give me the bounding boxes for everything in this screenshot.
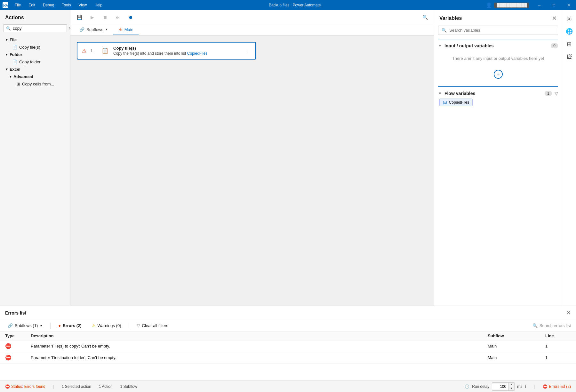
right-sidebar: {x} 🌐 ⊞ 🖼 xyxy=(562,10,576,306)
errors-panel: Errors list ✕ 🔗 Subflows (1) ▼ ● Errors … xyxy=(0,306,576,392)
run-delay-value[interactable]: 100 xyxy=(492,384,508,389)
save-button[interactable]: 💾 xyxy=(74,12,84,22)
search-button[interactable]: 🔍 xyxy=(420,12,430,22)
error-row-2[interactable]: ⛔ Parameter 'Destination folder': Can't … xyxy=(0,352,576,364)
errors-filter-button[interactable]: ● Errors (2) xyxy=(56,322,84,329)
tree-category-folder[interactable]: Folder xyxy=(0,51,70,58)
warning-filter-icon: ⚠ xyxy=(92,323,96,328)
action-desc-text: Copy the file(s) into and store them int… xyxy=(113,51,186,56)
col-type: Type xyxy=(5,333,31,338)
stop-button[interactable]: ⏹ xyxy=(100,12,110,22)
variables-search-input[interactable] xyxy=(449,28,555,33)
variable-icon: {x} xyxy=(443,100,447,104)
menu-bar: File Edit Debug Tools View Help xyxy=(11,0,106,10)
flow-variables-list: {x} CopiedFiles xyxy=(438,97,558,108)
tree-category-excel[interactable]: Excel xyxy=(0,66,70,73)
warnings-filter-label: Warnings (0) xyxy=(98,323,121,328)
step-button[interactable]: ⏭ xyxy=(113,12,123,22)
action-warning-icon: ⚠ xyxy=(82,48,86,54)
tree-subcategory-advanced[interactable]: Advanced xyxy=(0,73,70,80)
filter-icon[interactable]: ▽ xyxy=(555,91,558,96)
menu-tools[interactable]: Tools xyxy=(58,0,75,10)
action-menu-button[interactable]: ⋮ xyxy=(243,46,251,55)
action-card-content: Copy file(s) Copy the file(s) into and s… xyxy=(113,46,239,56)
clear-filters-button[interactable]: ▽ Clear all filters xyxy=(134,322,171,329)
variable-chip-copiedfiles[interactable]: {x} CopiedFiles xyxy=(439,99,473,106)
spinner-up-button[interactable]: ▲ xyxy=(508,383,514,387)
titlebar: PA File Edit Debug Tools View Help Backu… xyxy=(0,0,576,10)
tree-item-copy-folder-label: Copy folder xyxy=(19,60,40,64)
tab-subflows[interactable]: 🔗 Subflows ▼ xyxy=(74,24,113,35)
subflows-filter-button[interactable]: 🔗 Subflows (1) ▼ xyxy=(5,322,45,329)
error-type-icon: ⛔ xyxy=(5,343,31,349)
tree-item-copy-files-label: Copy file(s) xyxy=(19,45,40,50)
run-delay-input[interactable]: 100 ▲ ▼ xyxy=(492,382,515,391)
run-delay-box: 🕐 Run delay 100 ▲ ▼ ms ℹ xyxy=(465,382,526,391)
col-subflow: Subflow xyxy=(488,333,545,338)
folder-copy-icon: 📄 xyxy=(12,60,17,64)
menu-file[interactable]: File xyxy=(11,0,25,10)
subflows-filter-icon: 🔗 xyxy=(8,323,13,328)
close-button[interactable]: ✕ xyxy=(561,0,576,10)
flow-variables-count: 1 xyxy=(545,91,552,96)
minimize-button[interactable]: ─ xyxy=(532,0,547,10)
menu-debug[interactable]: Debug xyxy=(39,0,58,10)
subcategory-advanced-label: Advanced xyxy=(13,74,33,79)
close-variables-button[interactable]: ✕ xyxy=(552,15,557,22)
error-description-2: Parameter 'Destination folder': Can't be… xyxy=(31,355,488,360)
flow-variables-section: ▼ Flow variables 1 ▽ {x} CopiedFiles xyxy=(438,86,558,110)
subflows-icon: 🔗 xyxy=(79,27,84,32)
canvas-toolbar: 💾 ▶ ⏹ ⏭ ⏺ 🔍 xyxy=(70,10,434,24)
error-row-1[interactable]: ⛔ Parameter 'File(s) to copy': Can't be … xyxy=(0,340,576,352)
input-output-empty-text: There aren't any input or output variabl… xyxy=(438,50,558,67)
warnings-filter-button[interactable]: ⚠ Warnings (0) xyxy=(89,322,124,329)
subflows-chevron-icon: ▼ xyxy=(40,324,43,327)
error-link-icon: ⛔ xyxy=(543,384,548,389)
record-button[interactable]: ⏺ xyxy=(125,12,136,22)
errors-search-box[interactable]: 🔍 Search errors list xyxy=(532,323,571,328)
spinner-down-button[interactable]: ▼ xyxy=(508,387,514,390)
action-card-1[interactable]: ⚠ 1 📋 Copy file(s) Copy the file(s) into… xyxy=(77,42,256,60)
menu-edit[interactable]: Edit xyxy=(25,0,39,10)
run-delay-spinners: ▲ ▼ xyxy=(508,383,514,390)
tab-subflows-label: Subflows xyxy=(86,27,103,32)
actions-tree: File 📄 Copy file(s) Folder 📄 Copy folder… xyxy=(0,35,70,306)
sidebar-icon-layers[interactable]: ⊞ xyxy=(564,38,575,50)
globe-icon: 🌐 xyxy=(566,28,573,35)
add-variable-button[interactable]: + xyxy=(494,70,503,79)
tree-item-copy-files[interactable]: 📄 Copy file(s) xyxy=(0,44,70,51)
menu-help[interactable]: Help xyxy=(91,0,106,10)
status-errors-found: ⛔ Status: Errors found xyxy=(5,384,45,389)
errors-table-header: Type Description Subflow Line xyxy=(0,332,576,340)
close-errors-button[interactable]: ✕ xyxy=(566,309,571,316)
actions-search-box[interactable]: 🔍 ✕ xyxy=(3,24,67,32)
input-output-section-header[interactable]: ▼ Input / output variables 0 xyxy=(438,42,558,50)
input-output-count: 0 xyxy=(551,43,558,48)
run-button[interactable]: ▶ xyxy=(87,12,97,22)
flow-variables-section-header[interactable]: ▼ Flow variables 1 ▽ xyxy=(438,90,558,97)
sidebar-icon-variables[interactable]: {x} xyxy=(564,13,575,24)
tab-main[interactable]: ⚠ Main xyxy=(113,24,139,35)
errors-list-link[interactable]: ⛔ Errors list (2) xyxy=(543,384,571,389)
tree-subitem-copy-cells[interactable]: ⊞ Copy cells from... xyxy=(0,80,70,88)
action-number: 1 xyxy=(90,48,97,53)
sidebar-icon-image[interactable]: 🖼 xyxy=(564,51,575,63)
status-separator: | xyxy=(53,384,54,389)
variables-title: Variables xyxy=(439,15,462,21)
maximize-button[interactable]: □ xyxy=(547,0,561,10)
input-output-title: Input / output variables xyxy=(444,43,548,48)
actions-search-input[interactable] xyxy=(13,26,67,31)
tree-category-file[interactable]: File xyxy=(0,36,70,44)
menu-view[interactable]: View xyxy=(75,0,91,10)
action-title: Copy file(s) xyxy=(113,46,239,51)
action-label: 1 Action xyxy=(99,384,113,389)
status-separator-2: | xyxy=(534,384,535,389)
errors-table: Type Description Subflow Line ⛔ Paramete… xyxy=(0,332,576,380)
error-subflow-2: Main xyxy=(488,355,545,360)
action-variable-link[interactable]: CopiedFiles xyxy=(187,51,207,56)
tree-item-copy-folder[interactable]: 📄 Copy folder xyxy=(0,58,70,66)
variables-search-box[interactable]: 🔍 xyxy=(438,26,558,35)
app-icon: PA xyxy=(0,2,11,8)
sidebar-icon-globe[interactable]: 🌐 xyxy=(564,26,575,37)
tab-main-label: Main xyxy=(124,27,133,32)
